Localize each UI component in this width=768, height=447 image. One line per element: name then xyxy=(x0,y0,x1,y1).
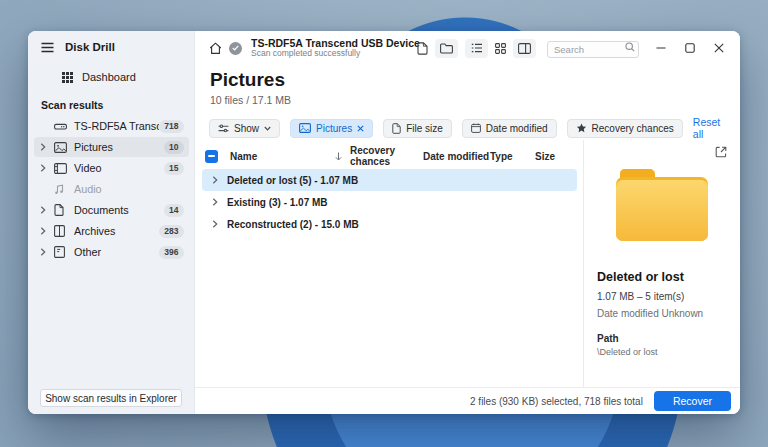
file-icon xyxy=(392,123,401,134)
scan-complete-check-icon xyxy=(229,42,242,55)
count-badge: 14 xyxy=(164,204,184,217)
desktop-wallpaper: { "sidebar": { "app_title": "Disk Drill"… xyxy=(0,0,768,447)
details-panel-toggle-button[interactable] xyxy=(513,39,536,58)
row-label: Deleted or lost (5) - 1.07 MB xyxy=(227,175,358,186)
sidebar-item-dashboard[interactable]: Dashboard xyxy=(34,68,188,86)
details-date-line: Date modified Unknown xyxy=(597,308,727,319)
page-subtitle: 10 files / 17.1 MB xyxy=(210,94,740,106)
sidebar-item-label: TS-RDF5A Transcend US... xyxy=(74,120,159,132)
home-icon[interactable] xyxy=(209,42,222,55)
sidebar-item-pictures[interactable]: Pictures 10 xyxy=(34,137,189,157)
dashboard-label: Dashboard xyxy=(82,71,136,83)
hamburger-menu-icon[interactable] xyxy=(41,42,54,53)
details-panel: Deleted or lost 1.07 MB – 5 item(s) Date… xyxy=(583,140,740,387)
main-area: TS-RDF5A Transcend USB Device Scan compl… xyxy=(195,31,740,414)
row-label: Existing (3) - 1.07 MB xyxy=(227,197,328,208)
table-rows: Deleted or lost (5) - 1.07 MB Existing (… xyxy=(195,167,583,235)
dashboard-grid-icon xyxy=(62,72,73,83)
list-view-button[interactable] xyxy=(465,39,488,58)
sidebar-item-label: Documents xyxy=(74,204,164,216)
date-modified-filter-chip[interactable]: Date modified xyxy=(462,119,557,138)
audio-icon xyxy=(54,184,74,195)
sort-descending-icon[interactable] xyxy=(335,152,342,161)
table-row-reconstructed[interactable]: Reconstructed (2) - 15.0 MB xyxy=(202,213,577,235)
chevron-right-icon[interactable] xyxy=(212,176,218,184)
sidebar-item-other[interactable]: Other 396 xyxy=(34,242,189,262)
details-path-value: \Deleted or lost xyxy=(597,347,727,357)
table-row-deleted-or-lost[interactable]: Deleted or lost (5) - 1.07 MB xyxy=(202,169,577,191)
disk-drill-window: Disk Drill Dashboard Scan results xyxy=(28,31,740,414)
page-title: Pictures xyxy=(210,69,740,91)
chevron-right-icon[interactable] xyxy=(212,220,218,228)
chevron-right-icon[interactable] xyxy=(40,227,54,235)
sidebar-item-documents[interactable]: Documents 14 xyxy=(34,200,189,220)
document-icon xyxy=(54,204,74,216)
column-header-recovery-chances[interactable]: Recovery chances xyxy=(350,145,423,167)
recover-button[interactable]: Recover xyxy=(654,391,731,411)
sidebar-item-label: Other xyxy=(74,246,159,258)
chevron-right-icon[interactable] xyxy=(40,164,54,172)
selection-status-text: 2 files (930 KB) selected, 718 files tot… xyxy=(470,396,643,407)
sidebar-item-video[interactable]: Video 15 xyxy=(34,158,189,178)
date-modified-filter-label: Date modified xyxy=(486,123,548,134)
count-badge: 283 xyxy=(159,225,184,238)
column-header-date-modified[interactable]: Date modified xyxy=(423,151,490,162)
column-header-type[interactable]: Type xyxy=(490,151,535,162)
sliders-icon xyxy=(218,124,229,133)
open-preview-icon[interactable] xyxy=(715,146,727,158)
file-list: Name Recovery chances Date modified Type… xyxy=(195,140,583,387)
calendar-icon xyxy=(471,123,481,133)
select-all-checkbox[interactable] xyxy=(205,150,218,163)
count-badge: 396 xyxy=(159,246,184,259)
show-filter-dropdown[interactable]: Show xyxy=(209,119,280,138)
recovery-chances-filter-label: Recovery chances xyxy=(592,123,674,134)
file-size-filter-chip[interactable]: File size xyxy=(383,119,452,138)
close-button[interactable] xyxy=(708,38,730,58)
search-icon xyxy=(625,42,635,52)
chevron-right-icon[interactable] xyxy=(212,198,218,206)
minimize-button[interactable] xyxy=(650,38,672,58)
count-badge: 10 xyxy=(164,141,184,154)
details-size-line: 1.07 MB – 5 item(s) xyxy=(597,291,727,302)
active-filter-chip-pictures[interactable]: Pictures xyxy=(290,119,373,138)
pictures-icon xyxy=(54,142,74,153)
reset-all-link[interactable]: Reset all xyxy=(693,116,740,140)
archive-icon xyxy=(54,225,74,237)
new-file-icon[interactable] xyxy=(417,42,428,55)
table-row-existing[interactable]: Existing (3) - 1.07 MB xyxy=(202,191,577,213)
scan-results-section-label: Scan results xyxy=(41,99,194,111)
show-in-explorer-button[interactable]: Show scan results in Explorer xyxy=(40,389,182,407)
recovery-chances-filter-chip[interactable]: Recovery chances xyxy=(567,119,683,138)
maximize-button[interactable] xyxy=(679,38,701,58)
chevron-right-icon[interactable] xyxy=(40,206,54,214)
column-header-size[interactable]: Size xyxy=(535,151,583,162)
sidebar-item-archives[interactable]: Archives 283 xyxy=(34,221,189,241)
file-size-filter-label: File size xyxy=(406,123,443,134)
chevron-right-icon[interactable] xyxy=(40,248,54,256)
body-split: Name Recovery chances Date modified Type… xyxy=(195,140,740,387)
sidebar-footer: Show scan results in Explorer xyxy=(40,388,182,408)
app-title: Disk Drill xyxy=(65,41,115,53)
chevron-right-icon[interactable] xyxy=(40,143,54,151)
column-header-name[interactable]: Name xyxy=(230,151,257,162)
topbar: TS-RDF5A Transcend USB Device Scan compl… xyxy=(195,31,740,62)
device-title-block: TS-RDF5A Transcend USB Device Scan compl… xyxy=(251,37,410,59)
filter-row: Show Pictures xyxy=(209,116,730,140)
scan-status-text: Scan completed successfully xyxy=(251,49,410,59)
chevron-down-icon xyxy=(264,126,271,131)
folder-view-button[interactable] xyxy=(435,39,458,58)
details-path-label: Path xyxy=(597,333,727,344)
sidebar-header: Disk Drill xyxy=(28,31,194,53)
count-badge: 15 xyxy=(164,162,184,175)
folder-preview-icon xyxy=(616,167,708,243)
close-icon[interactable] xyxy=(357,125,364,132)
sidebar-item-label: Audio xyxy=(74,183,184,195)
sidebar-item-label: Pictures xyxy=(74,141,164,153)
search-box xyxy=(547,39,639,58)
sidebar-item-label: Video xyxy=(74,162,164,174)
count-badge: 718 xyxy=(159,120,184,133)
show-filter-label: Show xyxy=(234,123,259,134)
sidebar-item-device[interactable]: TS-RDF5A Transcend US... 718 xyxy=(34,116,189,136)
sidebar-item-audio[interactable]: Audio xyxy=(34,179,189,199)
grid-view-icon[interactable] xyxy=(495,43,506,54)
